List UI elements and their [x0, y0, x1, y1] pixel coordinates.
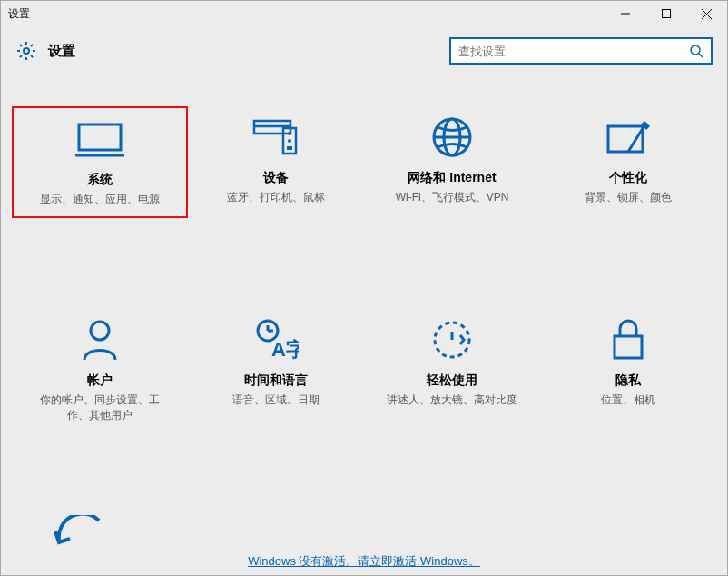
tile-time-language[interactable]: A字 时间和语言 语音、区域、日期	[188, 309, 364, 432]
tile-desc: 显示、通知、应用、电源	[40, 192, 160, 207]
svg-point-12	[288, 132, 291, 135]
tile-title: 时间和语言	[244, 372, 308, 389]
svg-rect-1	[662, 10, 670, 18]
gear-icon	[15, 40, 37, 62]
tile-desc: 你的帐户、同步设置、工作、其他用户	[32, 392, 168, 423]
tile-desc: 讲述人、放大镜、高对比度	[387, 392, 517, 408]
ease-of-access-icon	[431, 314, 473, 365]
tile-desc: 语音、区域、日期	[232, 392, 320, 408]
page-title: 设置	[48, 43, 75, 60]
svg-point-13	[288, 139, 291, 143]
tile-title: 帐户	[87, 372, 113, 389]
devices-icon	[252, 112, 300, 163]
svg-line-6	[699, 54, 703, 57]
tile-ease-of-access[interactable]: 轻松使用 讲述人、放大镜、高对比度	[364, 309, 540, 432]
window-title: 设置	[8, 6, 30, 22]
tile-desc: 蓝牙、打印机、鼠标	[227, 190, 325, 205]
tile-title: 轻松使用	[427, 372, 477, 389]
undo-icon[interactable]	[52, 515, 106, 551]
time-language-icon: A字	[253, 314, 299, 365]
close-button[interactable]	[686, 1, 727, 26]
personalization-icon	[605, 112, 652, 163]
window-titlebar: 设置	[1, 1, 727, 26]
svg-rect-14	[287, 146, 292, 150]
settings-grid: 系统 显示、通知、应用、电源 设备 蓝牙、打印机、鼠标 网络和 Internet…	[1, 77, 727, 432]
tile-desc: Wi-Fi、飞行模式、VPN	[396, 190, 509, 205]
search-box[interactable]	[449, 37, 713, 65]
tile-network[interactable]: 网络和 Internet Wi-Fi、飞行模式、VPN	[364, 106, 540, 218]
tile-accounts[interactable]: 帐户 你的帐户、同步设置、工作、其他用户	[12, 309, 188, 432]
accounts-icon	[81, 314, 119, 365]
tile-personalization[interactable]: 个性化 背景、锁屏、颜色	[540, 106, 716, 218]
tile-title: 个性化	[609, 170, 647, 186]
svg-rect-7	[79, 124, 121, 150]
display-icon	[75, 114, 124, 164]
maximize-button[interactable]	[645, 1, 686, 26]
tile-title: 网络和 Internet	[408, 170, 496, 186]
activation-link[interactable]: Windows 没有激活。请立即激活 Windows。	[1, 553, 727, 570]
tile-devices[interactable]: 设备 蓝牙、打印机、鼠标	[188, 106, 364, 218]
tile-title: 隐私	[615, 372, 641, 389]
globe-icon	[430, 112, 474, 163]
lock-icon	[610, 314, 646, 365]
tile-desc: 背景、锁屏、颜色	[585, 190, 672, 205]
header-row: 设置	[1, 26, 727, 77]
tile-title: 系统	[87, 172, 113, 188]
tile-title: 设备	[263, 170, 289, 186]
tile-system[interactable]: 系统 显示、通知、应用、电源	[12, 106, 188, 218]
svg-point-4	[24, 48, 29, 54]
svg-rect-27	[615, 336, 642, 358]
svg-text:A字: A字	[271, 338, 299, 361]
header-left: 设置	[15, 40, 75, 62]
search-icon	[689, 44, 703, 58]
search-input[interactable]	[458, 45, 689, 58]
tile-privacy[interactable]: 隐私 位置、相机	[540, 309, 716, 432]
svg-point-5	[691, 45, 700, 55]
window-controls	[605, 1, 727, 26]
minimize-button[interactable]	[605, 1, 645, 26]
svg-point-20	[91, 322, 109, 340]
tile-desc: 位置、相机	[601, 392, 655, 408]
